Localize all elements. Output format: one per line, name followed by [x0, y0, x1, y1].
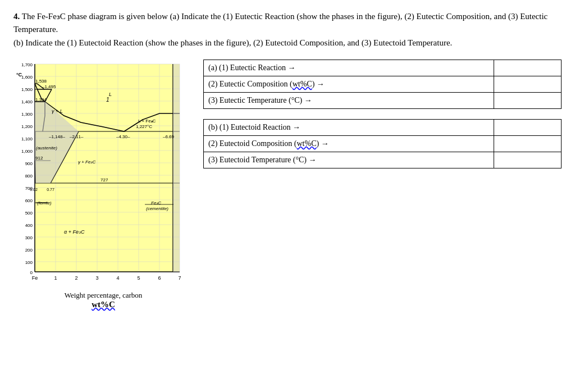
answer-section-a: (a) (1) Eutectic Reaction → (2) Eutectic… — [203, 60, 562, 109]
answer-label-b3: (3) Eutectoid Temperature (°C) → — [204, 152, 494, 168]
svg-text:1: 1 — [106, 97, 109, 103]
svg-text:γ + L: γ + L — [52, 108, 63, 114]
answer-section-b: (b) (1) Eutectoid Reaction → (2) Eutecto… — [203, 119, 562, 168]
svg-text:(ferrite): (ferrite) — [37, 200, 52, 206]
svg-text:800: 800 — [25, 174, 33, 179]
svg-text:0.02: 0.02 — [30, 188, 38, 192]
svg-text:L + Fe₃C: L + Fe₃C — [138, 118, 156, 124]
diagram-xlabel: Weight percentage, carbon wt%C — [13, 291, 193, 309]
svg-text:–1,495: –1,495 — [42, 84, 56, 89]
answer-blank-a2[interactable] — [494, 76, 562, 92]
answer-label-a2: (2) Eutectic Composition (wt%C) → — [204, 76, 494, 92]
svg-text:200: 200 — [25, 248, 33, 253]
answer-blank-b2[interactable] — [494, 135, 562, 152]
svg-text:1,400: 1,400 — [21, 99, 33, 104]
svg-text:–2.11–: –2.11– — [70, 134, 84, 139]
xlabel-text: Weight percentage, carbon — [65, 291, 143, 299]
diagram-container: 1,700 1,600 1,500 1,400 1,300 1,200 1,10… — [13, 60, 193, 309]
answer-row-a1: (a) (1) Eutectic Reaction → — [204, 60, 562, 76]
answer-blank-b3[interactable] — [494, 152, 562, 168]
answer-blank-a3[interactable] — [494, 92, 562, 108]
svg-text:–6.69: –6.69 — [163, 134, 175, 139]
svg-text:7: 7 — [178, 275, 181, 281]
svg-text:400: 400 — [25, 223, 33, 228]
svg-text:727: 727 — [101, 177, 108, 183]
svg-text:–4.30–: –4.30– — [116, 134, 130, 139]
question-text: 4. The Fe-Fe₃C phase diagram is given be… — [13, 10, 562, 49]
svg-text:–1,148–: –1,148– — [49, 134, 65, 139]
svg-text:1: 1 — [54, 275, 57, 281]
svg-text:4: 4 — [116, 275, 119, 281]
svg-text:3: 3 — [95, 275, 98, 281]
svg-text:1,100: 1,100 — [21, 136, 33, 142]
svg-text:(cementite): (cementite) — [146, 206, 168, 211]
svg-text:912: 912 — [35, 156, 43, 161]
svg-text:1,000: 1,000 — [21, 149, 33, 154]
svg-rect-38 — [173, 64, 180, 272]
answer-row-a3: (3) Eutectic Temperature (°C) → — [204, 92, 562, 108]
svg-text:(austenite): (austenite) — [36, 145, 57, 151]
answer-row-b3: (3) Eutectoid Temperature (°C) → — [204, 152, 562, 168]
answer-blank-b1[interactable] — [494, 119, 562, 135]
svg-text:100: 100 — [25, 260, 33, 265]
svg-text:1,500: 1,500 — [21, 87, 33, 92]
svg-text:5: 5 — [137, 275, 140, 281]
svg-text:500: 500 — [25, 211, 33, 216]
diagram-wrapper: 1,700 1,600 1,500 1,400 1,300 1,200 1,10… — [13, 60, 188, 290]
answer-label-a3: (3) Eutectic Temperature (°C) → — [204, 92, 494, 108]
svg-text:L: L — [109, 92, 112, 97]
phase-diagram-svg: 1,700 1,600 1,500 1,400 1,300 1,200 1,10… — [13, 60, 188, 290]
svg-text:0: 0 — [30, 270, 33, 275]
svg-text:1,300: 1,300 — [21, 112, 33, 117]
svg-text:6: 6 — [158, 275, 161, 281]
answer-label-a1: (a) (1) Eutectic Reaction → — [204, 60, 494, 76]
answer-blank-a1[interactable] — [494, 60, 562, 76]
svg-text:α + Fe₃C: α + Fe₃C — [64, 229, 85, 235]
svg-text:900: 900 — [25, 161, 33, 166]
answer-label-b1: (b) (1) Eutectoid Reaction → — [204, 119, 494, 135]
answers-container: (a) (1) Eutectic Reaction → (2) Eutectic… — [203, 60, 562, 173]
svg-text:1,538: 1,538 — [35, 79, 47, 84]
answer-table-b: (b) (1) Eutectoid Reaction → (2) Eutecto… — [203, 119, 562, 168]
svg-text:0.77: 0.77 — [47, 188, 54, 192]
answer-label-b2: (2) Eutectoid Composition (wt%C) → — [204, 135, 494, 152]
question-part-a: The Fe-Fe₃C phase diagram is given below… — [13, 12, 547, 34]
question-part-b: (b) Indicate the (1) Eutectoid Reaction … — [13, 38, 452, 47]
xlabel-bold: wt%C — [92, 300, 115, 309]
svg-text:Fe: Fe — [32, 275, 38, 281]
answer-table-a: (a) (1) Eutectic Reaction → (2) Eutectic… — [203, 60, 562, 109]
svg-text:2: 2 — [75, 275, 77, 281]
svg-text:Fe₃C: Fe₃C — [151, 200, 161, 206]
svg-text:1,227°C: 1,227°C — [136, 124, 152, 129]
answer-row-a2: (2) Eutectic Composition (wt%C) → — [204, 76, 562, 92]
svg-text:°C: °C — [16, 72, 22, 78]
svg-text:1,700: 1,700 — [21, 62, 33, 67]
svg-text:γ + Fe₃C: γ + Fe₃C — [78, 159, 95, 165]
svg-text:1,200: 1,200 — [21, 124, 33, 129]
svg-text:1,600: 1,600 — [21, 75, 33, 80]
svg-text:1,394: 1,394 — [35, 97, 47, 102]
answer-row-b1: (b) (1) Eutectoid Reaction → — [204, 119, 562, 135]
question-number: 4. — [13, 12, 20, 21]
answer-row-b2: (2) Eutectoid Composition (wt%C) → — [204, 135, 562, 152]
svg-text:300: 300 — [25, 235, 33, 240]
svg-text:600: 600 — [25, 198, 33, 203]
